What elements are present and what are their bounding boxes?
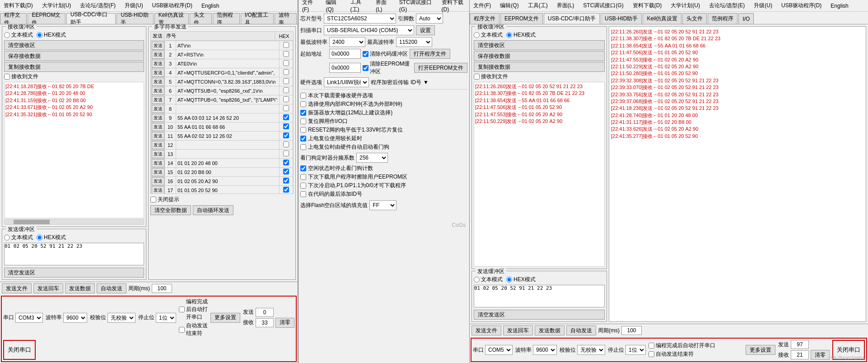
watchdog-select[interactable]: 256 [356,153,388,163]
row-hex-check[interactable] [281,60,291,66]
row-content-input[interactable] [177,142,278,148]
row-send-btn[interactable]: 发送 [152,159,164,167]
row-content-input[interactable] [177,179,278,184]
right-send-return-btn[interactable]: 发送回车 [503,325,533,335]
left-send-return-btn[interactable]: 发送回车 [33,283,63,293]
right-auto-send-btn[interactable]: 自动发送 [566,325,596,335]
right-menu-upgrade[interactable]: 升级(U) [752,2,774,9]
right-period-input[interactable] [621,326,642,335]
left-clear-send-btn[interactable]: 清空发送区 [4,268,144,278]
row-send-btn[interactable]: 发送 [152,51,164,59]
clear-code-cache-label[interactable]: 清除代码缓冲区 [363,50,408,58]
tab-examples-left[interactable]: 范例程序 [213,13,239,24]
open-eeprom-btn[interactable]: 打开EEPROM文件 [414,63,467,73]
row-hex-check[interactable] [281,42,291,48]
right-menu-university[interactable]: 大学计划(U) [669,2,702,9]
row-hex-check[interactable] [281,96,291,102]
min-baud-select[interactable]: 2400 [329,37,365,47]
row-send-btn[interactable]: 发送 [152,105,164,113]
left-open-port-btn[interactable]: 关闭串口 [3,340,36,360]
extra-chip-option-check-3[interactable] [300,191,306,197]
right-menu-file[interactable]: 文件(F) [471,2,493,9]
right-menu-tools[interactable]: 工具(工) [526,2,550,9]
left-send-hex-mode[interactable]: HEX模式 [37,234,66,241]
scan-port-select[interactable]: USB-SERIAL CH340 (COM5) [324,25,414,35]
chip-option-check-6[interactable] [300,144,306,150]
tab-program-file-left[interactable]: 程序文件 [0,13,27,24]
left-copy-recv-btn[interactable]: 复制接收数据 [4,62,144,72]
row-hex-check[interactable] [281,114,291,120]
menu-resources[interactable]: 资料下载(D) [2,2,35,9]
right-send-hex-mode[interactable]: HEX模式 [506,276,536,283]
row-send-btn[interactable]: 发送 [152,78,164,86]
row-content-input[interactable] [177,170,278,175]
tab-keil-left[interactable]: Keil仿真设置 [154,13,189,24]
row-send-btn[interactable]: 发送 [152,87,164,95]
row-hex-check[interactable] [281,178,291,184]
left-text-mode-label[interactable]: 文本模式 [4,31,33,39]
right-send-hex-radio[interactable] [506,277,512,283]
row-content-input[interactable] [177,160,278,166]
row-send-btn[interactable]: 发送 [152,132,164,140]
tab-io-right[interactable]: I/O [738,13,754,24]
row-send-btn[interactable]: 发送 [152,114,164,122]
tab-usb-hid-left[interactable]: USB-HID助手 [117,13,153,24]
left-send-input[interactable] [4,243,144,265]
right-stopbits-select[interactable]: 1位 [625,345,646,355]
left-save-recv-btn[interactable]: 保存接收数据 [4,51,144,61]
left-stopbits-select[interactable]: 1位 [156,313,176,323]
row-send-btn[interactable]: 发送 [152,168,164,176]
chip-option-check-0[interactable] [300,93,306,99]
menu-english-left[interactable]: English [200,3,221,9]
chip-option-check-3[interactable] [300,118,306,124]
row-send-btn[interactable]: 发送 [152,141,164,149]
row-hex-check[interactable] [281,87,291,93]
flash-fill-select[interactable]: FF [369,200,397,210]
row-content-input[interactable] [177,52,278,57]
tab-io-left[interactable]: I/O配置工具 [241,13,274,24]
chip-type-select[interactable]: STC12C5A60S2 [324,14,396,24]
row-content-input[interactable] [177,151,278,157]
row-hex-check[interactable] [281,141,291,147]
start-addr-2-input[interactable] [329,63,361,73]
max-baud-select[interactable]: 115200 [396,37,432,47]
right-menu-english[interactable]: English [829,3,850,9]
tab-header-right[interactable]: 头文件 [682,13,707,24]
left-recv-to-file-label[interactable]: 接收到文件 [4,73,144,80]
tab-usb-cdc-left[interactable]: USB-CDC/串口助手 [66,13,116,24]
right-clear-send-btn[interactable]: 清空发送区 [474,310,605,320]
right-text-mode-radio[interactable] [474,32,480,38]
menu-upgrade[interactable]: 升级(U) [123,2,145,9]
extra-chip-option-check-2[interactable] [300,183,306,189]
tab-examples-right[interactable]: 范例程序 [708,13,737,24]
row-content-input[interactable] [177,97,278,103]
open-program-btn[interactable]: 打开程序文件 [410,49,450,59]
row-send-btn[interactable]: 发送 [152,60,164,68]
menu-usb-driver[interactable]: USB驱动程序(D) [150,2,194,9]
right-send-text-mode[interactable]: 文本模式 [474,276,503,283]
clear-code-cache-check[interactable] [363,51,369,57]
tab-keil-right[interactable]: Keil仿真设置 [643,13,681,24]
row-send-btn[interactable]: 发送 [152,150,164,158]
row-send-btn[interactable]: 发送 [152,42,164,50]
right-recv-to-file-label[interactable]: 接收到文件 [474,73,605,80]
right-recv-to-file-check[interactable] [474,74,480,80]
row-send-btn[interactable]: 发送 [152,96,164,104]
right-send-input[interactable] [474,285,605,307]
tab-program-file-right[interactable]: 程序文件 [470,13,499,24]
left-auto-loop-btn[interactable]: 自动循环发送 [193,205,233,215]
extra-chip-option-check-0[interactable] [300,165,306,171]
tab-header-left[interactable]: 头文件 [190,13,212,24]
right-copy-recv-btn[interactable]: 复制接收数据 [474,62,605,72]
tab-eeprom-left[interactable]: EEPROM文件 [28,13,65,24]
settings-btn[interactable]: 设置 [416,25,435,35]
tab-usb-hid-right[interactable]: USB-HID助手 [601,13,642,24]
left-auto-open-check[interactable] [179,306,185,312]
row-hex-check[interactable] [281,51,291,57]
left-auto-send-btn[interactable]: 自动发送 [97,283,126,293]
chip-option-check-2[interactable] [300,110,306,116]
right-auto-open-check[interactable] [649,343,654,349]
right-send-file-btn[interactable]: 发送文件 [471,325,501,335]
center-menu-stc[interactable]: STC调试接口(G) [397,0,434,13]
hw-options-select[interactable]: Link1/U8W脱机 [324,77,369,87]
